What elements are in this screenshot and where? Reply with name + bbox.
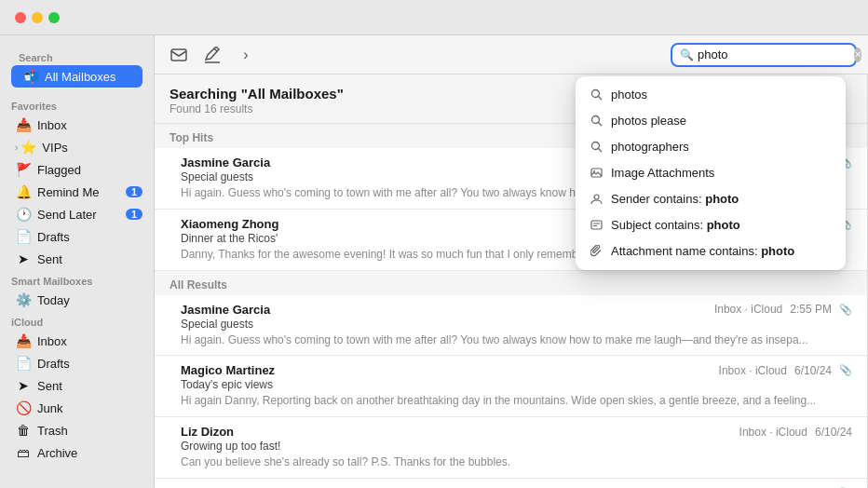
send-later-icon: 🕐 <box>15 206 32 223</box>
attachment-icon <box>589 244 604 259</box>
suggestion-text-3: photographers <box>611 140 689 154</box>
sidebar-search-section: Search 📬 All Mailboxes <box>0 43 154 95</box>
email-time-all-3: 6/10/24 <box>815 426 852 439</box>
inbox-label: Inbox <box>37 118 67 132</box>
compose-icon-btn[interactable] <box>199 42 225 68</box>
sidebar-item-drafts[interactable]: 📄 Drafts <box>4 225 150 248</box>
email-preview-all-2: Hi again Danny, Reporting back on anothe… <box>181 393 852 409</box>
search-suggestion-icon-3 <box>589 140 604 155</box>
email-subject-all-3: Growing up too fast! <box>181 440 852 453</box>
sent-icon: ➤ <box>15 251 32 267</box>
maximize-button[interactable] <box>48 12 60 23</box>
remind-me-badge: 1 <box>126 186 142 197</box>
email-sender-all-1: Jasmine Garcia <box>181 303 270 317</box>
email-all-4[interactable]: Xiaomeng Zhong Inbox · iCloud 6/7/24 📎 D… <box>155 479 867 488</box>
close-button[interactable] <box>15 12 26 23</box>
flagged-label: Flagged <box>37 163 81 177</box>
suggestion-subject-contains[interactable]: Subject contains: photo <box>576 212 846 238</box>
email-header-all-1: Jasmine Garcia Inbox · iCloud 2:55 PM 📎 <box>181 303 852 317</box>
email-all-1[interactable]: Jasmine Garcia Inbox · iCloud 2:55 PM 📎 … <box>155 295 867 357</box>
email-time-all-2: 6/10/24 <box>794 364 832 377</box>
svg-line-8 <box>598 149 602 153</box>
search-clear-button[interactable]: ✕ <box>854 47 861 62</box>
suggestion-image-attachments[interactable]: Image Attachments <box>576 160 846 186</box>
search-dropdown: photos photos please photo <box>576 76 846 270</box>
vips-chevron: › <box>15 142 18 153</box>
send-later-label: Send Later <box>37 208 97 222</box>
svg-line-1 <box>214 48 217 51</box>
svg-rect-12 <box>591 221 602 229</box>
remind-me-icon: 🔔 <box>15 183 32 200</box>
sidebar-item-icloud-drafts[interactable]: 📄 Drafts <box>4 352 150 374</box>
svg-point-11 <box>594 195 599 199</box>
sidebar-item-icloud-trash[interactable]: 🗑 Trash <box>4 419 150 441</box>
drafts-label: Drafts <box>37 230 70 244</box>
compose-icon <box>204 47 221 63</box>
search-suggestion-icon-1 <box>589 88 604 102</box>
sidebar-item-vips[interactable]: › ⭐ VIPs <box>4 136 150 158</box>
sidebar-item-icloud-junk[interactable]: 🚫 Junk <box>4 397 150 419</box>
icloud-inbox-label: Inbox <box>37 334 67 348</box>
sent-label: Sent <box>37 252 62 266</box>
icloud-trash-label: Trash <box>37 424 68 438</box>
favorites-label: Favorites <box>0 95 154 114</box>
sidebar-item-today[interactable]: ⚙️ Today <box>4 289 150 311</box>
email-subject-all-2: Today's epic views <box>181 378 852 391</box>
today-icon: ⚙️ <box>15 291 32 308</box>
top-toolbar: › 🔍 ✕ photos <box>155 35 868 75</box>
email-meta-all-3: Inbox · iCloud 6/10/24 <box>739 426 852 439</box>
envelope-icon-btn[interactable] <box>166 42 192 68</box>
sidebar-item-inbox[interactable]: 📥 Inbox <box>4 114 150 136</box>
email-sender-all-2: Magico Martinez <box>181 363 275 377</box>
all-mailboxes-icon: 📬 <box>22 68 39 85</box>
icloud-archive-icon: 🗃 <box>15 444 32 461</box>
icloud-sent-icon: ➤ <box>15 377 32 394</box>
sidebar-item-icloud-archive[interactable]: 🗃 Archive <box>4 441 150 464</box>
email-header-all-2: Magico Martinez Inbox · iCloud 6/10/24 📎 <box>181 363 852 377</box>
svg-point-7 <box>591 142 599 150</box>
email-meta-all-1: Inbox · iCloud 2:55 PM 📎 <box>714 303 852 316</box>
email-all-3[interactable]: Liz Dizon Inbox · iCloud 6/10/24 Growing… <box>155 417 867 479</box>
svg-rect-0 <box>171 49 186 61</box>
sidebar-item-all-mailboxes[interactable]: 📬 All Mailboxes <box>11 65 142 88</box>
mail-window: Search 📬 All Mailboxes Favorites 📥 Inbox… <box>0 0 868 488</box>
email-header-all-3: Liz Dizon Inbox · iCloud 6/10/24 <box>181 425 852 439</box>
email-preview-all-1: Hi again. Guess who's coming to town wit… <box>181 332 852 348</box>
sidebar-item-sent[interactable]: ➤ Sent <box>4 248 150 270</box>
chevron-icon-btn[interactable]: › <box>233 42 259 68</box>
icloud-trash-icon: 🗑 <box>15 422 32 439</box>
suggestion-photos[interactable]: photos <box>576 82 846 108</box>
chevron-icon: › <box>243 47 248 63</box>
titlebar <box>0 0 868 35</box>
traffic-lights <box>0 5 71 31</box>
suggestion-photographers[interactable]: photographers <box>576 134 846 160</box>
sidebar-item-remind-me[interactable]: 🔔 Remind Me 1 <box>4 181 150 203</box>
sidebar-item-send-later[interactable]: 🕐 Send Later 1 <box>4 203 150 225</box>
email-time-all-1: 2:55 PM <box>790 303 832 316</box>
sidebar-item-flagged[interactable]: 🚩 Flagged <box>4 158 150 181</box>
suggestion-attachment-contains[interactable]: Attachment name contains: photo <box>576 238 846 264</box>
all-mailboxes-label: All Mailboxes <box>45 70 116 84</box>
sidebar-item-icloud-sent[interactable]: ➤ Sent <box>4 374 150 397</box>
icloud-sent-label: Sent <box>37 379 62 393</box>
search-input-wrapper: 🔍 ✕ <box>671 43 857 67</box>
search-input[interactable] <box>698 47 854 61</box>
icloud-drafts-label: Drafts <box>37 357 70 371</box>
suggestion-sender-contains[interactable]: Sender contains: photo <box>576 186 846 212</box>
vips-label: VIPs <box>42 141 67 155</box>
remind-me-label: Remind Me <box>37 185 99 199</box>
email-sender-2: Xiaomeng Zhong <box>181 217 278 231</box>
svg-line-6 <box>598 123 602 127</box>
send-later-badge: 1 <box>126 209 142 220</box>
minimize-button[interactable] <box>32 12 43 23</box>
icloud-junk-label: Junk <box>37 401 62 415</box>
email-all-2[interactable]: Magico Martinez Inbox · iCloud 6/10/24 📎… <box>155 356 867 417</box>
inbox-icon: 📥 <box>15 116 32 133</box>
all-results-label: All Results <box>155 271 867 295</box>
suggestion-text-4: Image Attachments <box>611 166 714 180</box>
email-location-all-1: Inbox · iCloud <box>714 303 782 316</box>
sidebar-item-icloud-inbox[interactable]: 📥 Inbox <box>4 330 150 352</box>
subject-icon <box>589 218 604 233</box>
sidebar: Search 📬 All Mailboxes Favorites 📥 Inbox… <box>0 35 155 488</box>
suggestion-photos-please[interactable]: photos please <box>576 108 846 134</box>
